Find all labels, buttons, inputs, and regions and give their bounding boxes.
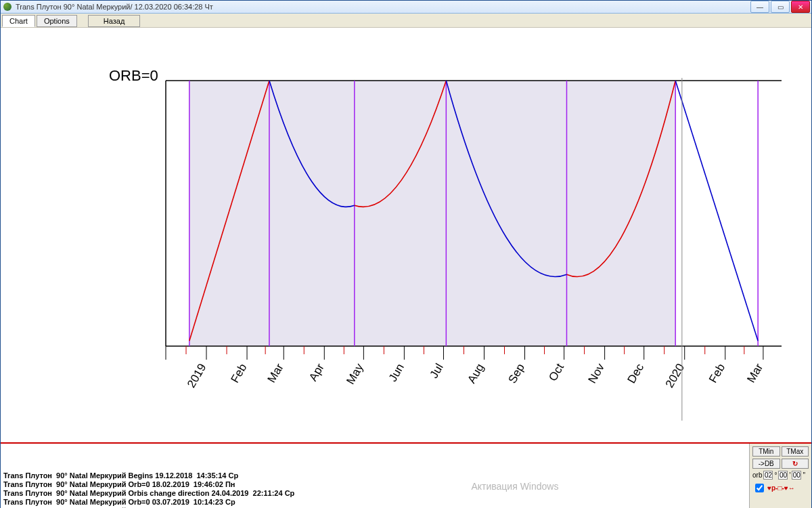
log-line: Trans Плутон 90° Natal Меркурий Orb=0 03… (3, 498, 746, 507)
svg-text:Mar: Mar (265, 361, 286, 385)
app-icon (3, 3, 12, 11)
orb-chart: 2019FebMarAprMayJunJulAugSepOctNovDec202… (3, 35, 788, 441)
side-controls: TMin TMax ->DB ↻ orb ° ' " ♥р-□-♥↔ (749, 444, 811, 508)
svg-text:Jul: Jul (428, 362, 446, 381)
tmin-button[interactable]: TMin (752, 446, 780, 457)
svg-text:Apr: Apr (307, 361, 327, 383)
log-line: Trans Плутон 90° Natal Меркурий Orb=0 18… (3, 480, 746, 489)
toolbar: Chart Options Назад (1, 14, 811, 28)
log-line: Trans Плутон 90° Natal Меркурий Orbis ch… (3, 489, 746, 498)
svg-text:Aug: Aug (465, 362, 487, 386)
app-window: Trans Плутон 90° Natal Меркурий/ 12.03.2… (0, 0, 812, 508)
svg-text:Nov: Nov (586, 361, 608, 385)
svg-text:May: May (344, 361, 366, 387)
svg-text:Mar: Mar (744, 361, 765, 385)
orb-minutes-input[interactable] (778, 471, 788, 480)
orb-zero-label: ORB=0 (109, 67, 158, 85)
aspect-symbols-label: ♥р-□-♥↔ (767, 484, 795, 492)
orb-input-row: orb ° ' " (752, 471, 809, 480)
refresh-button[interactable]: ↻ (782, 459, 809, 469)
window-controls: — ▭ ✕ (749, 1, 810, 13)
svg-text:2020: 2020 (663, 362, 687, 390)
svg-text:Dec: Dec (625, 361, 647, 385)
tab-options[interactable]: Options (37, 15, 77, 27)
back-button[interactable]: Назад (88, 15, 141, 27)
event-log: Активация Windows Чтобы активировать Win… (1, 444, 749, 508)
svg-text:Sep: Sep (505, 362, 527, 386)
log-line: Trans Плутон 90° Natal Меркурий Begins 1… (3, 471, 746, 480)
svg-text:Oct: Oct (546, 361, 566, 383)
aspect-toggle-row[interactable]: ♥р-□-♥↔ (752, 482, 809, 494)
svg-text:2019: 2019 (185, 362, 208, 390)
orb-seconds-input[interactable] (792, 471, 801, 480)
to-db-button[interactable]: ->DB (752, 459, 780, 469)
orb-degrees-input[interactable] (763, 471, 773, 480)
orb-label: orb (752, 471, 762, 479)
tmax-button[interactable]: TMax (782, 446, 809, 457)
aspect-checkbox[interactable] (755, 484, 764, 492)
maximize-button[interactable]: ▭ (771, 1, 790, 13)
close-button[interactable]: ✕ (791, 1, 810, 13)
chart-area: ORB=0 2019FebMarAprMayJunJulAugSepOctNov… (1, 28, 811, 442)
window-title: Trans Плутон 90° Natal Меркурий/ 12.03.2… (16, 3, 749, 11)
svg-text:Feb: Feb (228, 362, 249, 385)
title-bar: Trans Плутон 90° Natal Меркурий/ 12.03.2… (1, 1, 811, 14)
svg-text:Feb: Feb (706, 362, 727, 385)
log-panel: Активация Windows Чтобы активировать Win… (1, 442, 811, 508)
svg-text:Jun: Jun (386, 362, 407, 384)
minimize-button[interactable]: — (750, 1, 769, 13)
tab-chart[interactable]: Chart (2, 15, 35, 27)
